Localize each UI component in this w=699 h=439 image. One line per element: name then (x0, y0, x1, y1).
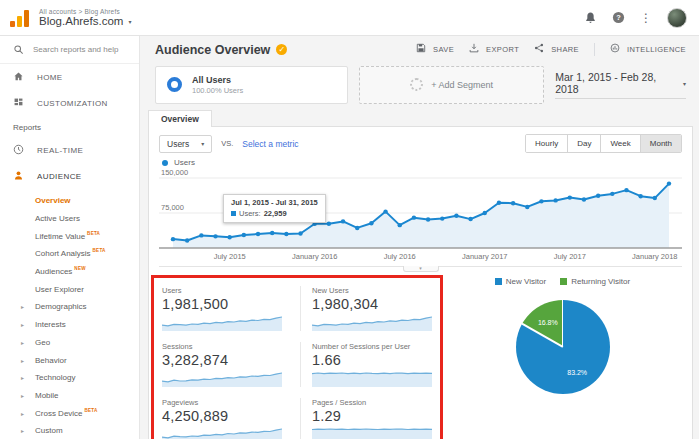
chart-point (412, 215, 416, 219)
help-icon[interactable]: ? (612, 11, 625, 24)
search-bar[interactable] (0, 36, 139, 64)
home-icon (13, 71, 26, 84)
scorecard-sparkline (312, 314, 432, 331)
sidebar-item-behavior[interactable]: ▸Behavior (0, 351, 139, 369)
chart-point (256, 232, 260, 236)
scorecard-new-users[interactable]: New Users1,980,304 (300, 286, 438, 331)
date-range-value: Mar 1, 2015 - Feb 28, 2018 (555, 71, 677, 95)
legend-square-icon (495, 278, 502, 285)
more-vertical-icon[interactable]: ⋮ (640, 11, 652, 25)
sidebar-item-home[interactable]: HOME (0, 64, 139, 90)
export-icon (469, 43, 482, 56)
share-button[interactable]: SHARE (534, 43, 579, 56)
share-icon (534, 43, 547, 56)
visitor-type-pie-chart[interactable]: 83.2%16.8% (516, 300, 610, 394)
sidebar-item-audiences[interactable]: AudiencesNEW (0, 263, 139, 281)
export-button[interactable]: EXPORT (469, 43, 519, 56)
sidebar-item-lifetime-value[interactable]: Lifetime ValueBETA (0, 227, 139, 245)
sidebar-item-cross-device[interactable]: ▸Cross DeviceBETA (0, 404, 139, 422)
scorecard-number-of-sessions-per-user[interactable]: Number of Sessions per User1.66 (300, 342, 438, 387)
save-button[interactable]: SAVE (416, 43, 454, 56)
scorecard-sessions[interactable]: Sessions3,282,874 (162, 342, 300, 387)
timeseries-chart[interactable]: Users 75,000150,000July 2015January 2016… (159, 153, 682, 267)
sidebar-item-label: Cohort Analysis (35, 249, 91, 258)
add-segment-button[interactable]: + Add Segment (359, 66, 544, 104)
notifications-bell-icon[interactable] (584, 11, 597, 24)
sidebar-item-label: Active Users (35, 214, 80, 223)
granularity-switcher: HourlyDayWeekMonth (525, 134, 682, 153)
x-axis-tick-label: July 2015 (214, 252, 246, 261)
x-axis-tick-label: July 2016 (384, 252, 416, 261)
badge-new: NEW (74, 266, 85, 271)
chart-legend: Users (159, 153, 682, 170)
granularity-month[interactable]: Month (640, 135, 681, 152)
sidebar-item-customization[interactable]: CUSTOMIZATION (0, 90, 139, 116)
action-label: SHARE (551, 45, 579, 54)
chart-point (596, 194, 600, 198)
sidebar-item-overview[interactable]: Overview (0, 192, 139, 210)
chart-point (284, 232, 288, 236)
expand-arrow-icon: ▸ (21, 410, 24, 417)
action-label: INTELLIGENCE (627, 45, 686, 54)
scorecard-users[interactable]: Users1,981,500 (162, 286, 300, 331)
scorecard-sparkline (162, 370, 282, 387)
sidebar-item-geo[interactable]: ▸Geo (0, 334, 139, 352)
sidebar-item-real-time[interactable]: REAL-TIME (0, 137, 139, 163)
chart-point (426, 217, 430, 221)
sidebar-item-label: Lifetime Value (35, 232, 85, 241)
chart-point (298, 231, 302, 235)
sidebar-item-cohort-analysis[interactable]: Cohort AnalysisBETA (0, 245, 139, 263)
search-input[interactable] (33, 45, 133, 54)
intelligence-button[interactable]: INTELLIGENCE (610, 43, 686, 56)
scorecard-pageviews[interactable]: Pageviews4,250,889 (162, 398, 300, 439)
tab-overview[interactable]: Overview (148, 110, 212, 127)
sidebar-item-label: AUDIENCE (37, 172, 82, 181)
breadcrumb[interactable]: All accounts > Blog Ahrefs (39, 8, 131, 15)
chart-point (355, 226, 359, 230)
chart-point (553, 198, 557, 202)
select-metric-link[interactable]: Select a metric (242, 139, 298, 149)
segment-all-users[interactable]: All Users 100.00% Users (155, 66, 348, 104)
sidebar-item-audience[interactable]: AUDIENCE (0, 163, 139, 189)
granularity-day[interactable]: Day (567, 135, 600, 152)
sidebar-item-label: Behavior (35, 356, 67, 365)
x-axis-tick-label: January 2018 (632, 252, 677, 261)
sidebar-item-demographics[interactable]: ▸Demographics (0, 298, 139, 316)
segments-row: All Users 100.00% Users + Add Segment Ma… (140, 63, 699, 110)
sidebar-item-mobile[interactable]: ▸Mobile (0, 387, 139, 405)
page-title: Audience Overview ✓ (155, 43, 287, 57)
person-icon (13, 170, 26, 183)
chart-point (454, 214, 458, 218)
sidebar: HOMECUSTOMIZATION Reports REAL-TIMEAUDIE… (0, 36, 140, 439)
reports-section-label: Reports (0, 116, 139, 137)
scorecard-pages-session[interactable]: Pages / Session1.29 (300, 398, 438, 439)
date-range-picker[interactable]: Mar 1, 2015 - Feb 28, 2018 ▾ (555, 71, 686, 99)
svg-text:?: ? (616, 13, 621, 22)
metric-dropdown[interactable]: Users ▾ (159, 135, 212, 153)
sidebar-item-active-users[interactable]: Active Users (0, 210, 139, 228)
chevron-down-icon: ▾ (128, 18, 131, 25)
vs-label: vs. (221, 139, 233, 148)
chart-collapse-toggle[interactable]: ▾ (403, 266, 439, 272)
dotted-circle-icon (410, 78, 423, 91)
sidebar-item-custom[interactable]: ▸Custom (0, 422, 139, 439)
account-switcher[interactable]: Blog.Ahrefs.com ▾ (39, 15, 131, 27)
sidebar-item-user-explorer[interactable]: User Explorer (0, 280, 139, 298)
granularity-week[interactable]: Week (600, 135, 639, 152)
sidebar-item-interests[interactable]: ▸Interests (0, 316, 139, 334)
chart-point (582, 197, 586, 201)
segment-name: All Users (192, 75, 243, 85)
analytics-logo-icon[interactable] (10, 9, 29, 27)
chart-point (667, 181, 671, 185)
badge-beta: BETA (85, 408, 98, 413)
sidebar-item-technology[interactable]: ▸Technology (0, 369, 139, 387)
pie-legend-new-visitor[interactable]: New Visitor (495, 277, 546, 286)
sidebar-item-label: User Explorer (35, 285, 84, 294)
avatar[interactable] (667, 8, 687, 28)
x-axis-tick-label: January 2016 (292, 252, 337, 261)
scorecard-label: Pages / Session (312, 398, 430, 407)
granularity-hourly[interactable]: Hourly (526, 135, 567, 152)
pie-legend-returning-visitor[interactable]: Returning Visitor (560, 277, 630, 286)
badge-beta: BETA (87, 231, 100, 236)
scorecard-value: 1.29 (312, 408, 430, 424)
